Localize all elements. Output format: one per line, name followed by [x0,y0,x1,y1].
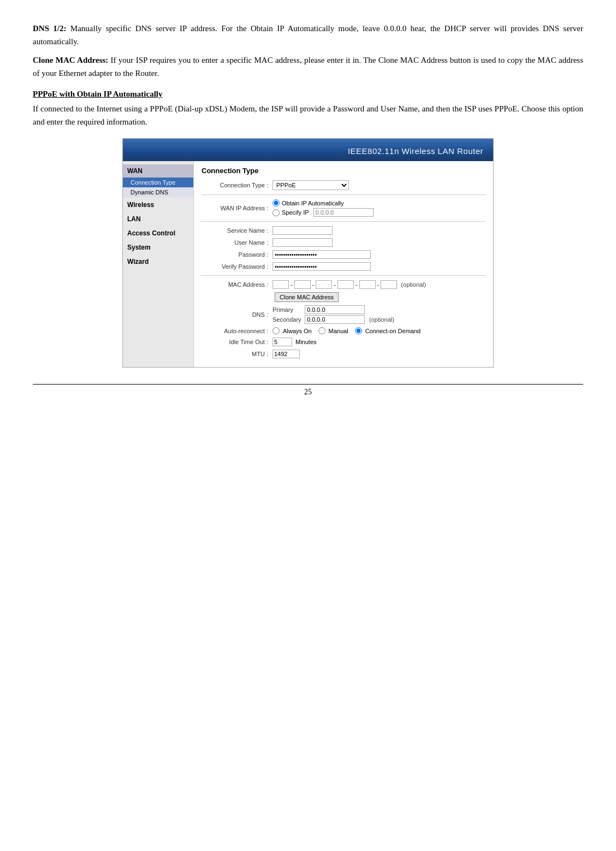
clone-mac-button[interactable]: Clone MAC Address [275,292,339,302]
connection-type-row: Connection Type : PPPoE [202,180,485,190]
router-title: IEEE802.11n Wireless LAN Router [348,146,483,156]
verify-password-row: Verify Password : [202,262,485,271]
mac-octet-5[interactable] [359,280,376,289]
service-name-value [273,226,485,235]
dns-paragraph: DNS 1/2: Manually specific DNS server IP… [33,22,583,80]
password-label: Password : [202,251,273,258]
wan-ip-radio-group: Obtain IP Automatically Specify IP [273,199,374,217]
dns-secondary-prefix: Secondary [273,316,303,323]
obtain-ip-label: Obtain IP Automatically [282,200,344,206]
wan-ip-label: WAN IP Address : [202,205,273,211]
manual-label: Manual [329,328,348,334]
connect-on-demand-radio[interactable] [355,327,362,334]
router-ui-wrapper: IEEE802.11n Wireless LAN Router WAN Conn… [33,138,583,368]
dns-secondary-optional: (optional) [369,316,394,323]
mtu-input[interactable] [273,350,300,358]
verify-password-label: Verify Password : [202,263,273,270]
router-body: WAN Connection Type Dynamic DNS Wireless… [123,161,493,367]
dns-secondary-row: Secondary (optional) [273,315,394,324]
sidebar-item-lan[interactable]: LAN [123,212,193,226]
sidebar-item-connection-type[interactable]: Connection Type [123,178,193,187]
service-name-row: Service Name : [202,226,485,235]
router-header: IEEE802.11n Wireless LAN Router [123,139,493,161]
sidebar-group-system: System [123,241,193,254]
idle-timeout-label: Idle Time Out : [202,339,273,345]
wan-ip-value: Obtain IP Automatically Specify IP [273,199,485,217]
sidebar-item-wireless[interactable]: Wireless [123,198,193,211]
mac-octet-1[interactable] [273,280,289,289]
verify-password-input[interactable] [273,262,371,271]
sidebar-item-system[interactable]: System [123,241,193,254]
sidebar-item-dynamic-dns[interactable]: Dynamic DNS [123,187,193,197]
user-name-row: User Name : [202,238,485,247]
dns-form-label: DNS : [202,311,273,318]
dns-text: Manually specific DNS server IP address.… [33,24,583,46]
service-name-input[interactable] [273,226,333,235]
verify-password-value [273,262,485,271]
form-title: Connection Type [202,167,485,175]
mac-fields: - - - - - (optional) [273,280,426,289]
mac-octet-4[interactable] [337,280,354,289]
dns-label: DNS 1/2: [33,24,67,33]
idle-timeout-input[interactable] [273,338,292,346]
password-value [273,250,485,259]
mac-octet-6[interactable] [381,280,397,289]
dns-primary-prefix: Primary [273,306,303,313]
mac-sep-3: - [334,281,336,288]
mac-octet-3[interactable] [316,280,332,289]
dns-row: DNS : Primary Secondary (optional) [202,305,485,324]
idle-timeout-row: Idle Time Out : Minutes [202,338,485,346]
clone-mac-btn-row: Clone MAC Address [202,292,485,302]
sidebar-group-wireless: Wireless [123,198,193,211]
auto-reconnect-label: Auto-reconnect : [202,328,273,334]
connection-type-label: Connection Type : [202,182,273,188]
mtu-value [273,350,485,358]
sidebar: WAN Connection Type Dynamic DNS Wireless… [123,161,194,367]
sidebar-item-access-control[interactable]: Access Control [123,227,193,240]
page-number: 25 [304,388,312,396]
sidebar-item-wizard[interactable]: Wizard [123,255,193,268]
sidebar-group-wan: WAN Connection Type Dynamic DNS [123,164,193,197]
clone-mac-text: If your ISP requires you to enter a spec… [33,56,583,78]
auto-reconnect-value: Always On Manual Connect-on Demand [273,327,485,334]
manual-radio[interactable] [318,327,325,334]
auto-reconnect-row: Auto-reconnect : Always On Manual Connec… [202,327,485,334]
mac-address-row: MAC Address : - - - - - [202,280,485,289]
mac-octet-2[interactable] [294,280,311,289]
dns-primary-row: Primary [273,305,394,314]
always-on-radio[interactable] [273,327,280,334]
mac-sep-5: - [377,281,380,288]
mac-optional: (optional) [401,281,426,288]
specify-ip-label: Specify IP [282,209,309,216]
user-name-input[interactable] [273,238,333,247]
mtu-row: MTU : [202,350,485,358]
mtu-label: MTU : [202,351,273,357]
dns-form-value: Primary Secondary (optional) [273,305,485,324]
page-footer: 25 [33,384,583,397]
password-row: Password : [202,250,485,259]
password-input[interactable] [273,250,371,259]
specify-ip-row: Specify IP [273,208,374,217]
idle-timeout-value: Minutes [273,338,485,346]
sidebar-group-wizard: Wizard [123,255,193,268]
specify-ip-input[interactable] [313,208,374,217]
connection-type-value: PPPoE [273,180,485,190]
pppoe-heading: PPPoE with Obtain IP Automatically [33,90,583,99]
dns-section: Primary Secondary (optional) [273,305,394,324]
pppoe-paragraph: If connected to the Internet using a PPP… [33,102,583,128]
dns-secondary-input[interactable] [305,315,365,324]
specify-ip-radio[interactable] [273,209,280,216]
pppoe-text: If connected to the Internet using a PPP… [33,102,583,128]
main-content: Connection Type Connection Type : PPPoE … [194,161,493,367]
connection-type-select[interactable]: PPPoE [273,180,349,190]
clone-mac-label: Clone MAC Address: [33,56,108,64]
user-name-label: User Name : [202,239,273,246]
connect-on-demand-label: Connect-on Demand [365,328,421,334]
dns-primary-input[interactable] [305,305,365,314]
minutes-label: Minutes [295,339,317,345]
mac-sep-2: - [312,281,315,288]
obtain-ip-radio[interactable] [273,199,280,206]
sidebar-item-wan[interactable]: WAN [123,164,193,178]
user-name-value [273,238,485,247]
wan-ip-row: WAN IP Address : Obtain IP Automatically… [202,199,485,217]
